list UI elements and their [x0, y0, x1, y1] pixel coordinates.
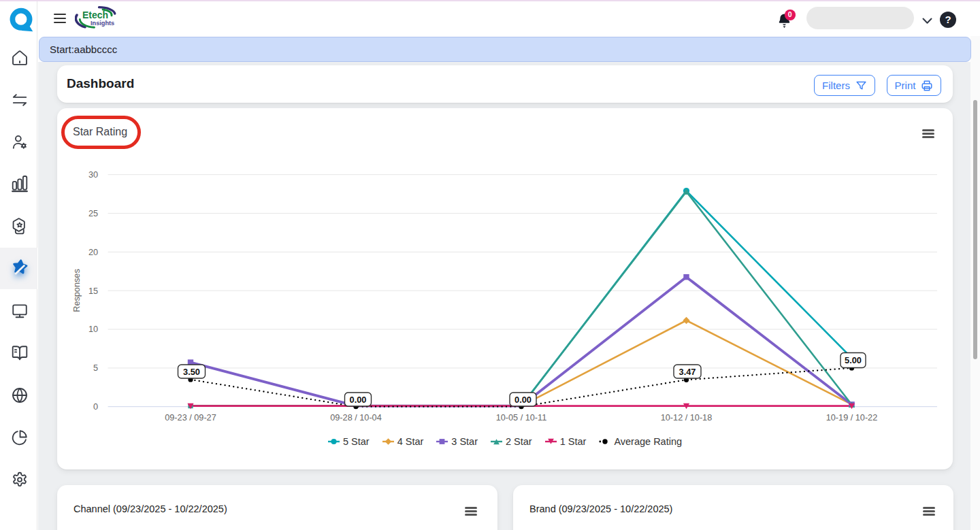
svg-text:5: 5 — [93, 363, 98, 373]
svg-text:09-28 / 10-04: 09-28 / 10-04 — [330, 413, 381, 423]
svg-text:10-05 / 10-11: 10-05 / 10-11 — [496, 413, 547, 423]
svg-text:10-19 / 10-22: 10-19 / 10-22 — [826, 413, 877, 423]
svg-text:0.00: 0.00 — [350, 395, 367, 405]
svg-text:3.50: 3.50 — [183, 367, 200, 377]
svg-text:25: 25 — [88, 209, 98, 218]
svg-text:5.00: 5.00 — [845, 355, 862, 365]
svg-text:0.00: 0.00 — [514, 395, 532, 405]
svg-text:10: 10 — [88, 325, 98, 334]
svg-text:Insights: Insights — [91, 20, 114, 27]
svg-text:10-12 / 10-18: 10-12 / 10-18 — [661, 413, 712, 423]
svg-text:15: 15 — [88, 286, 98, 296]
svg-text:Responses: Responses — [72, 269, 82, 312]
svg-text:3.47: 3.47 — [679, 367, 696, 377]
svg-text:20: 20 — [88, 248, 98, 257]
svg-text:0: 0 — [93, 402, 98, 412]
svg-text:09-23 / 09-27: 09-23 / 09-27 — [165, 413, 216, 423]
svg-text:30: 30 — [88, 170, 98, 180]
